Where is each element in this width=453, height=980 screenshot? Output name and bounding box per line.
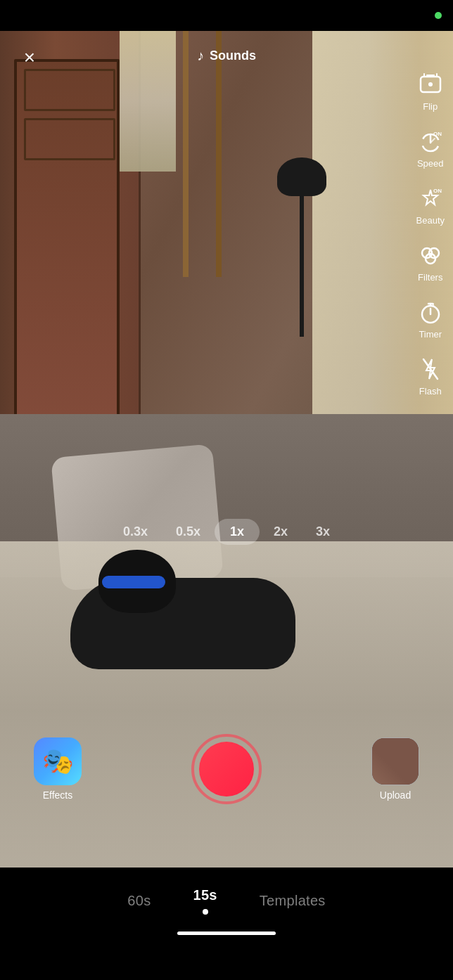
sounds-label: Sounds — [210, 49, 256, 63]
upload-thumbnail — [372, 738, 419, 785]
flash-icon — [416, 355, 445, 383]
speed-label: Speed — [417, 158, 444, 169]
record-button[interactable] — [199, 742, 254, 797]
beauty-label: Beauty — [416, 215, 445, 226]
close-icon: × — [24, 48, 35, 67]
svg-text:3: 3 — [431, 302, 435, 308]
beauty-icon: ON — [416, 184, 445, 212]
music-icon: ♪ — [197, 48, 204, 64]
speed-control[interactable]: ON Speed — [416, 127, 445, 169]
flip-control[interactable]: Flip — [416, 70, 445, 112]
filters-label: Filters — [418, 272, 442, 283]
effects-icon: 🎭 — [42, 747, 74, 776]
timer-icon: 3 — [416, 298, 445, 326]
close-button[interactable]: × — [14, 42, 45, 73]
upload-icon-box — [371, 737, 419, 785]
background-window — [120, 31, 176, 172]
timer-control[interactable]: 3 Timer — [416, 298, 445, 340]
svg-text:ON: ON — [433, 188, 442, 194]
upload-label: Upload — [380, 789, 411, 801]
flip-label: Flip — [423, 101, 438, 112]
filters-control[interactable]: Filters — [416, 241, 445, 283]
zoom-03x[interactable]: 0.3x — [109, 519, 162, 545]
flash-label: Flash — [419, 386, 442, 396]
record-button-wrapper — [191, 734, 262, 804]
camera-controls-panel: Flip ON Speed ON Beauty — [416, 70, 445, 396]
record-controls-row: 🎭 Effects Upload — [0, 727, 453, 811]
effects-label: Effects — [43, 789, 73, 801]
close-button-area[interactable]: × — [14, 42, 45, 73]
flip-icon — [416, 70, 445, 98]
zoom-05x[interactable]: 0.5x — [162, 519, 215, 545]
filters-icon — [416, 241, 445, 269]
zoom-1x[interactable]: 1x — [215, 519, 260, 545]
background-ladder — [179, 31, 229, 277]
upload-button[interactable]: Upload — [371, 737, 419, 801]
flash-control[interactable]: Flash — [416, 355, 445, 396]
background-lamp — [291, 157, 312, 333]
speed-icon: ON — [416, 127, 445, 155]
record-button-outer[interactable] — [191, 734, 262, 804]
zoom-3x[interactable]: 3x — [302, 519, 344, 545]
zoom-controls: 0.3x 0.5x 1x 2x 3x — [0, 513, 453, 550]
sounds-button[interactable]: ♪ Sounds — [197, 48, 256, 64]
timer-label: Timer — [419, 329, 442, 340]
status-bar — [0, 0, 453, 31]
effects-button[interactable]: 🎭 Effects — [34, 737, 82, 801]
effects-icon-box: 🎭 — [34, 737, 82, 785]
status-indicator — [435, 12, 442, 19]
beauty-control[interactable]: ON Beauty — [416, 184, 445, 226]
svg-text:ON: ON — [433, 131, 442, 137]
svg-point-1 — [428, 82, 433, 86]
zoom-2x[interactable]: 2x — [260, 519, 302, 545]
bottom-controls-area: 🎭 Effects Upload — [0, 713, 453, 980]
